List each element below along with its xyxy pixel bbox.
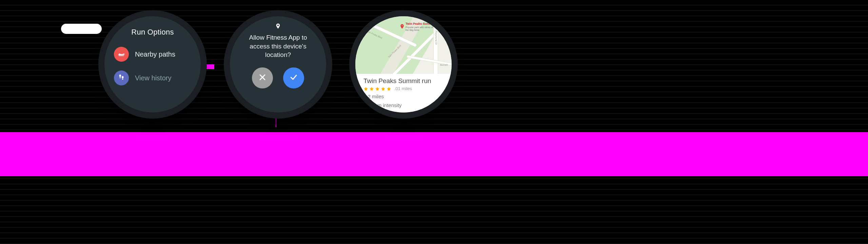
svg-rect-3 (122, 79, 123, 80)
watch-permission-dialog: Allow Fitness App to access this device'… (224, 10, 332, 119)
map-road (355, 16, 417, 47)
svg-rect-1 (120, 77, 121, 78)
map-road-label: Panorama Dr (435, 31, 437, 45)
star-icon (381, 86, 386, 91)
menu-item-label: View history (135, 74, 171, 82)
star-icon (387, 86, 391, 91)
watch-run-summary: Twin Peaks Blvd Twin Peaks Blvd Panorama… (349, 10, 458, 119)
allow-button[interactable] (283, 67, 304, 88)
star-icon (363, 86, 368, 91)
close-icon (258, 73, 267, 83)
map-road-label: Burnett (440, 64, 448, 66)
map-road (407, 55, 452, 68)
menu-item-label: Nearby paths (135, 50, 175, 58)
map-pin-title: Twin Peaks Summit (406, 22, 434, 26)
permission-button-row (230, 67, 326, 88)
distance-small: .01 miles (394, 86, 412, 91)
run-distance: 5.2 miles (363, 93, 443, 100)
svg-point-2 (122, 76, 124, 78)
shoe-icon (114, 47, 129, 62)
star-icon (369, 86, 374, 91)
location-pin-icon (230, 22, 326, 31)
deny-button[interactable] (252, 67, 273, 88)
menu-item-view-history[interactable]: View history (104, 70, 201, 85)
watch-run-options: Run Options Nearby paths View history (98, 10, 207, 119)
menu-item-nearby-paths[interactable]: Nearby paths (104, 47, 201, 62)
map-pin-subtitle: Popular park with views of the Bay Area (406, 26, 436, 31)
map-pin-icon (399, 23, 405, 31)
map-view[interactable]: Twin Peaks Blvd Twin Peaks Blvd Panorama… (355, 16, 452, 74)
map-road-label: Twin Peaks Blvd (366, 29, 383, 39)
footsteps-icon (114, 70, 129, 85)
star-icon (375, 86, 380, 91)
svg-point-0 (119, 75, 121, 77)
permission-prompt-text: Allow Fitness App to access this device'… (230, 31, 326, 59)
check-icon (290, 73, 298, 83)
screen-title: Run Options (104, 28, 201, 37)
run-title: Twin Peaks Summit run (363, 77, 443, 85)
map-road-label: Twin Peaks Blvd (388, 44, 401, 58)
map-road (433, 16, 438, 74)
run-card[interactable]: Twin Peaks Summit run .01 miles 5.2 mile… (355, 74, 452, 113)
prompt-app-name: Fitness App (266, 34, 300, 41)
run-intensity: Medium intensity (363, 102, 443, 109)
prompt-text-pre: Allow (249, 34, 266, 41)
rating-stars: .01 miles (363, 86, 443, 91)
